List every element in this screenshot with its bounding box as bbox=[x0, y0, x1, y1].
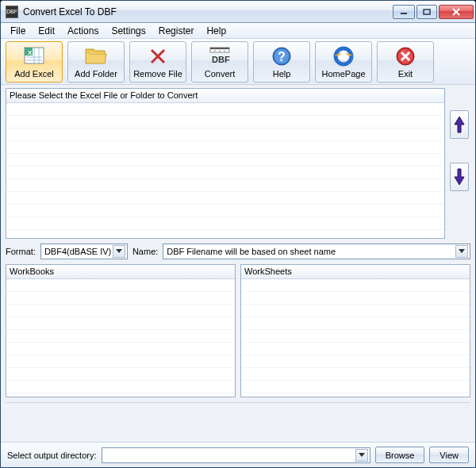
workbooks-panel: WorkBooks bbox=[6, 264, 236, 397]
titlebar[interactable]: DBF Convert Excel To DBF bbox=[1, 1, 475, 23]
arrow-up-icon bbox=[453, 115, 466, 134]
minimize-icon bbox=[400, 9, 408, 15]
move-down-button[interactable] bbox=[450, 163, 469, 191]
window-controls bbox=[393, 5, 474, 19]
window-title: Convert Excel To DBF bbox=[23, 6, 393, 17]
reorder-arrows bbox=[448, 88, 470, 239]
workbooks-list[interactable] bbox=[6, 279, 235, 397]
svg-rect-1 bbox=[424, 10, 430, 14]
format-row: Format: DBF4(dBASE IV) Name: DBF Filenam… bbox=[6, 242, 470, 261]
view-button[interactable]: View bbox=[429, 447, 469, 463]
remove-file-label: Remove File bbox=[133, 69, 182, 79]
convert-label: Convert bbox=[205, 69, 236, 79]
menu-actions[interactable]: Actions bbox=[61, 24, 105, 38]
add-folder-label: Add Folder bbox=[75, 69, 117, 79]
close-icon bbox=[451, 8, 461, 16]
output-label: Select output directory: bbox=[7, 451, 97, 460]
move-up-button[interactable] bbox=[450, 110, 469, 139]
format-value: DBF4(dBASE IV) bbox=[44, 247, 113, 256]
svg-rect-0 bbox=[401, 13, 407, 14]
menu-file[interactable]: File bbox=[4, 24, 32, 38]
homepage-label: HomePage bbox=[321, 69, 365, 79]
help-button[interactable]: ? Help bbox=[253, 41, 310, 82]
sheets-row: WorkBooks WorkSheets bbox=[6, 264, 470, 397]
excel-icon: X bbox=[23, 45, 45, 67]
worksheets-list[interactable] bbox=[241, 279, 470, 397]
exit-button[interactable]: Exit bbox=[377, 41, 434, 82]
remove-x-icon bbox=[148, 45, 167, 67]
svg-text:DBF: DBF bbox=[212, 55, 230, 64]
maximize-icon bbox=[423, 9, 431, 15]
workbooks-header: WorkBooks bbox=[6, 265, 235, 279]
add-excel-label: Add Excel bbox=[14, 69, 54, 79]
help-label: Help bbox=[273, 69, 291, 79]
menu-register[interactable]: Register bbox=[152, 24, 201, 38]
dropdown-chevron-icon bbox=[116, 249, 122, 254]
dropdown-chevron-icon bbox=[359, 453, 365, 458]
separator bbox=[6, 402, 470, 403]
browse-button[interactable]: Browse bbox=[375, 447, 425, 463]
format-label: Format: bbox=[6, 247, 36, 256]
name-dropdown-button[interactable] bbox=[455, 245, 468, 258]
worksheets-header: WorkSheets bbox=[241, 265, 470, 279]
menu-edit[interactable]: Edit bbox=[32, 24, 61, 38]
ie-icon bbox=[333, 45, 354, 67]
output-dropdown-button[interactable] bbox=[355, 449, 368, 462]
help-icon: ? bbox=[271, 45, 292, 67]
files-panel-header: Please Select the Excel File or Folder t… bbox=[6, 89, 444, 103]
output-directory-combo[interactable] bbox=[102, 447, 370, 463]
folder-icon bbox=[84, 45, 108, 67]
minimize-button[interactable] bbox=[393, 5, 415, 19]
content-area: Please Select the Excel File or Folder t… bbox=[1, 85, 475, 442]
output-bar: Select output directory: Browse View bbox=[1, 442, 475, 467]
files-panel: Please Select the Excel File or Folder t… bbox=[6, 88, 445, 239]
dropdown-chevron-icon bbox=[459, 249, 465, 254]
files-row: Please Select the Excel File or Folder t… bbox=[6, 88, 470, 239]
name-label: Name: bbox=[132, 247, 158, 256]
arrow-down-icon bbox=[453, 167, 466, 186]
app-icon: DBF bbox=[6, 6, 18, 18]
maximize-button[interactable] bbox=[416, 5, 437, 19]
add-excel-button[interactable]: X Add Excel bbox=[6, 41, 63, 82]
name-value: DBF Filename will be based on sheet name bbox=[167, 247, 455, 256]
svg-point-12 bbox=[340, 52, 347, 60]
files-list[interactable] bbox=[6, 103, 444, 238]
exit-label: Exit bbox=[398, 69, 413, 79]
toolbar: X Add Excel Add Folder Remove File DBF C… bbox=[1, 39, 475, 85]
remove-file-button[interactable]: Remove File bbox=[129, 41, 186, 82]
format-dropdown-button[interactable] bbox=[113, 245, 125, 258]
worksheets-panel: WorkSheets bbox=[240, 264, 470, 397]
convert-button[interactable]: DBF Convert bbox=[191, 41, 248, 82]
add-folder-button[interactable]: Add Folder bbox=[67, 41, 125, 82]
app-window: DBF Convert Excel To DBF File Edit Actio… bbox=[0, 0, 476, 468]
menu-help[interactable]: Help bbox=[200, 24, 232, 38]
exit-x-icon bbox=[395, 45, 416, 67]
format-combo[interactable]: DBF4(dBASE IV) bbox=[40, 244, 128, 259]
svg-text:?: ? bbox=[278, 50, 286, 63]
dbf-icon: DBF bbox=[208, 45, 232, 67]
close-button[interactable] bbox=[439, 5, 474, 19]
menu-bar: File Edit Actions Settings Register Help bbox=[1, 23, 475, 39]
svg-text:X: X bbox=[28, 49, 33, 56]
name-combo[interactable]: DBF Filename will be based on sheet name bbox=[163, 244, 470, 259]
menu-settings[interactable]: Settings bbox=[105, 24, 152, 38]
homepage-button[interactable]: HomePage bbox=[315, 41, 372, 82]
